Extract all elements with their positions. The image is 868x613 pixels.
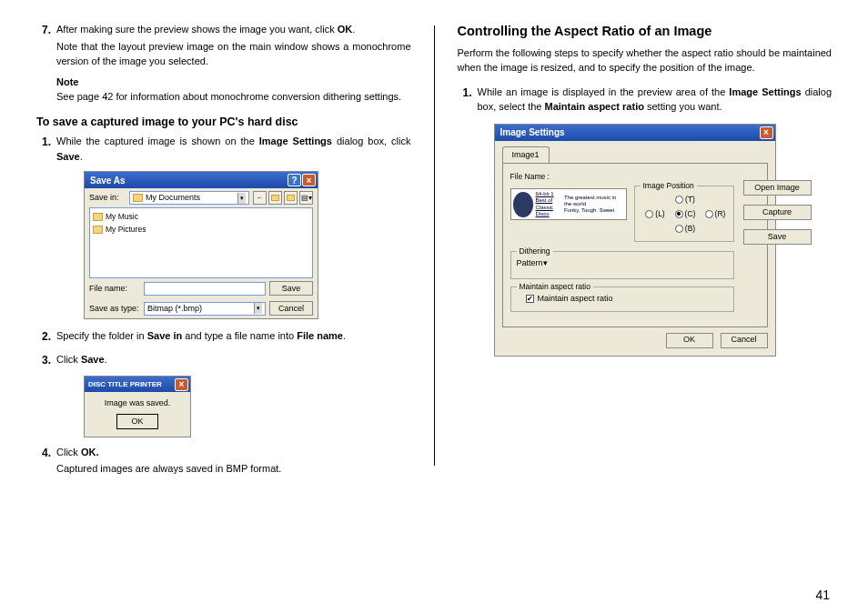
save-button[interactable]: Save [743, 229, 812, 245]
mar-group-title: Maintain aspect ratio [517, 281, 593, 293]
folder-icon [93, 226, 103, 234]
up-folder-icon[interactable] [268, 191, 282, 205]
step2-text: Specify the folder in Save in and type a… [56, 328, 411, 345]
savein-select[interactable]: My Documents ▾ [129, 191, 249, 205]
ok-button[interactable]: OK [116, 414, 158, 429]
saveas-dialog: Save As ? × Save in: My Documents ▾ ← ▤▾… [84, 171, 318, 319]
cancel-button[interactable]: Cancel [721, 333, 768, 348]
saveas-title: Save As [90, 174, 126, 187]
step1-num: 1. [36, 134, 56, 164]
view-menu-icon[interactable]: ▤▾ [299, 191, 313, 205]
mar-checkbox[interactable]: ✔ [526, 295, 534, 303]
step2-num: 2. [36, 328, 56, 345]
step7-text: After making sure the preview shows the … [56, 22, 411, 105]
chevron-down-icon: ▾ [254, 303, 262, 314]
back-icon[interactable]: ← [253, 191, 267, 205]
open-image-button[interactable]: Open Image [743, 180, 812, 196]
dither-group-title: Dithering [517, 246, 553, 257]
radio-right[interactable]: (R) [705, 208, 726, 220]
step1-text: While the captured image is shown on the… [56, 134, 411, 164]
close-icon[interactable]: × [302, 174, 316, 186]
section-heading: Controlling the Aspect Ratio of an Image [458, 22, 833, 42]
chevron-down-icon: ▾ [237, 193, 246, 204]
folder-icon [93, 213, 103, 221]
r-step1-text: While an image is displayed in the previ… [478, 85, 833, 115]
step4-num: 4. [36, 445, 56, 477]
r-step1-num: 1. [458, 85, 478, 115]
chevron-down-icon: ▾ [543, 258, 548, 267]
msg-text: Image was saved. [90, 397, 185, 410]
radio-top[interactable]: (T) [675, 194, 695, 206]
filename-label: File Name : [510, 171, 734, 183]
dither-select[interactable]: Pattern▾ [517, 257, 617, 273]
msg-title: DISC TITLE PRINTER [88, 379, 162, 390]
radio-bottom[interactable]: (B) [675, 223, 695, 235]
file-list[interactable]: My Music My Pictures [89, 207, 313, 278]
filename-label: File name: [89, 283, 140, 296]
mar-label: Maintain aspect ratio [538, 293, 613, 306]
image-preview: 64-bit 1Best ofClassic Disco The greates… [510, 188, 627, 220]
step3-text: Click Save. [56, 352, 411, 368]
image-settings-dialog: Image Settings × Image1 File Name : 64-b… [494, 124, 776, 357]
step7-num: 7. [36, 22, 56, 105]
new-folder-icon[interactable] [284, 191, 298, 205]
filename-input[interactable] [144, 282, 266, 296]
step3-num: 3. [36, 352, 56, 368]
note-text: See page 42 for information about monoch… [56, 89, 411, 105]
close-icon[interactable]: × [175, 378, 188, 391]
savetype-label: Save as type: [89, 303, 140, 316]
tab-image1[interactable]: Image1 [502, 146, 550, 164]
cancel-button[interactable]: Cancel [269, 301, 313, 316]
intro-text: Perform the following steps to specify w… [458, 45, 833, 75]
capture-button[interactable]: Capture [743, 205, 812, 220]
ok-button[interactable]: OK [666, 333, 713, 348]
page-number: 41 [815, 588, 830, 602]
close-icon[interactable]: × [760, 126, 773, 139]
list-item: My Music [93, 211, 309, 223]
note-heading: Note [56, 75, 411, 90]
list-item: My Pictures [93, 224, 309, 236]
savein-label: Save in: [89, 192, 126, 205]
imgdlg-title: Image Settings [500, 126, 565, 139]
save-section-heading: To save a captured image to your PC's ha… [36, 114, 411, 131]
step4-text: Click OK. Captured images are always sav… [56, 445, 411, 477]
radio-center[interactable]: (C) [675, 208, 696, 220]
preview-thumbnail [513, 192, 533, 217]
radio-left[interactable]: (L) [645, 208, 664, 220]
savetype-select[interactable]: Bitmap (*.bmp)▾ [144, 302, 266, 316]
pos-group-title: Image Position [641, 180, 697, 192]
save-button[interactable]: Save [269, 281, 313, 296]
message-dialog: DISC TITLE PRINTER × Image was saved. OK [84, 376, 191, 437]
help-button[interactable]: ? [288, 174, 301, 186]
